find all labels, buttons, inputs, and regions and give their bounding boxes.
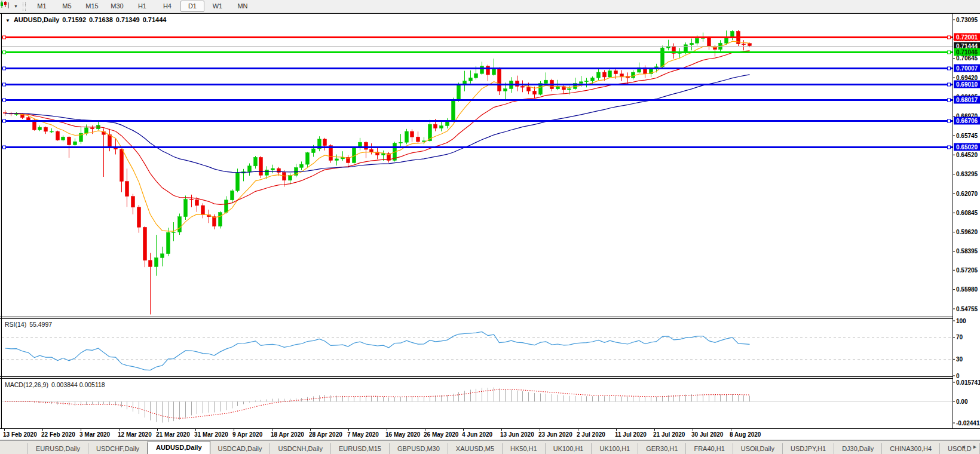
price-level-chip-label: 0.66706 [956,118,978,124]
date-tick-label: 21 Mar 2020 [156,431,190,438]
rsi-tick-label: 0 [956,373,960,379]
line-handle[interactable] [948,36,951,39]
date-tick-label: 2 Jul 2020 [577,431,605,438]
price-level-chip-label: 0.70007 [956,65,978,72]
date-tick-label: 30 Jul 2020 [691,431,724,438]
price-tick-label: 0.55980 [956,286,978,293]
price-level-chip-label: 0.71046 [956,49,978,56]
price-level-chip-label: 0.68017 [956,97,978,103]
candle [457,82,461,102]
price-tick-label: 0.73095 [956,17,978,23]
line-handle[interactable] [948,67,951,70]
chart-header: ▼AUDUSD,Daily0.715920.716380.713490.7144… [5,16,166,23]
chart-tab-usdcad-daily[interactable]: USDCAD,Daily [210,443,271,454]
chart-tab-xauusd-m5[interactable]: XAUUSD,M5 [448,443,503,454]
line-handle[interactable] [948,146,951,149]
line-handle[interactable] [3,99,6,102]
candle [178,214,182,235]
line-handle[interactable] [948,119,951,122]
chart-tab-hk50-h1[interactable]: HK50,H1 [503,443,546,454]
chart-tab-eurusd-daily[interactable]: EURUSD,Daily [27,443,88,454]
chart-tab-uk100-h1[interactable]: UK100,H1 [592,443,638,454]
macd-tick-label: 0.00 [956,398,968,405]
line-handle[interactable] [948,83,951,86]
price-tick-label: 0.69420 [956,75,978,81]
ohlc-close: 0.71444 [143,16,167,23]
date-tick-label: 16 May 2020 [385,431,421,438]
chart-menu-icon[interactable]: ▼ [5,18,10,23]
chart-tab-ger30-h1[interactable]: GER30,H1 [638,443,686,454]
line-handle[interactable] [948,99,951,102]
chart-tab-bar: EURUSD,DailyUSDCHF,DailyAUDUSD,DailyUSDC… [0,440,980,454]
date-tick-label: 22 Feb 2020 [41,431,75,438]
date-tick-label: 23 Jun 2020 [538,431,572,438]
candle [259,156,263,178]
price-tick-label: 0.64520 [956,152,978,158]
price-tick-label: 0.62070 [956,191,978,197]
ohlc-low: 0.71349 [116,16,140,23]
price-tick-label: 0.65745 [956,133,978,139]
price-tick-label: 0.60845 [956,210,978,216]
mt4-window: ▼ M1M5M15M30H1H4D1W1MN 0.730950.718700.7… [0,0,980,454]
line-handle[interactable] [3,67,6,70]
line-handle[interactable] [3,51,6,54]
chart-tab-china300-h4[interactable]: CHINA300,H4 [882,443,940,454]
chart-tab-usdcnh-daily[interactable]: USDCNH,Daily [270,443,331,454]
ohlc-high: 0.71638 [89,16,113,23]
price-tick-label: 0.57205 [956,267,978,274]
chart-tab-uk100-h1[interactable]: UK100,H1 [546,443,592,454]
macd-label: MACD(12,26,9)0.003844 0.005118 [5,381,105,388]
chart-window-bg [1,13,979,428]
date-tick-label: 31 Mar 2020 [194,431,228,438]
candle [184,195,188,220]
date-tick-label: 28 Apr 2020 [309,431,342,438]
chart-tab-usdjpy-h1[interactable]: USDJPY,H1 [783,443,834,454]
chart-tab-gbpusd-m30[interactable]: GBPUSD,M30 [390,443,448,454]
date-tick-label: 12 Mar 2020 [118,431,152,438]
chart-tab-audusd-daily[interactable]: AUDUSD,Daily [148,441,210,454]
date-tick-label: 7 May 2020 [347,431,379,438]
macd-name: MACD(12,26,9) [5,381,48,388]
rsi-label: RSI(14)55.4997 [5,321,52,328]
price-tick-label: 0.59620 [956,229,978,235]
line-handle[interactable] [3,36,6,39]
date-tick-label: 13 Feb 2020 [3,431,37,438]
candle [539,81,543,96]
candle [452,98,455,122]
price-level-chip-label: 0.65020 [956,144,978,151]
price-tick-label: 0.58395 [956,248,978,254]
line-handle[interactable] [3,146,6,149]
date-tick-label: 21 Jul 2020 [653,431,685,438]
candle [219,211,222,229]
rsi-tick-label: 100 [956,318,966,324]
date-tick-label: 4 Jun 2020 [462,431,493,438]
price-level-chip-label: 0.69010 [956,81,978,88]
candle [498,68,501,95]
price-tick-label: 0.70645 [956,55,978,62]
tab-scroll-left-icon[interactable]: ◄ [961,444,966,450]
tab-scroll-controls: ◄ ► [956,444,978,450]
line-handle[interactable] [3,83,6,86]
date-tick-label: 8 Aug 2020 [730,431,761,438]
price-level-chip-label: 0.72001 [956,34,978,41]
chart-tab-eurusd-m15[interactable]: EURUSD,M15 [331,443,390,454]
price-tick-label: 0.63295 [956,171,978,177]
candle [56,131,60,141]
line-handle[interactable] [948,51,951,54]
price-tick-label: 0.54755 [956,306,978,312]
chart-tab-fra40-h1[interactable]: FRA40,H1 [686,443,733,454]
date-tick-label: 26 May 2020 [424,431,459,438]
chart-tab-usoil-daily[interactable]: USOil,Daily [733,443,783,454]
macd-tick-label: 0.015741 [956,379,980,386]
rsi-value: 55.4997 [29,321,52,328]
chart-symbol-period: AUDUSD,Daily [14,16,59,23]
tab-scroll-right-icon[interactable]: ► [972,444,978,450]
chart-tab-dj30-daily[interactable]: DJ30,Daily [834,443,882,454]
date-tick-label: 9 Apr 2020 [232,431,263,438]
chart-canvas: 0.730950.718700.706450.694200.681950.669… [0,0,980,454]
chart-tab-usdchf-daily[interactable]: USDCHF,Daily [88,443,148,454]
line-handle[interactable] [3,119,6,122]
date-tick-label: 3 Mar 2020 [79,431,111,438]
date-tick-label: 13 Jun 2020 [500,431,534,438]
rsi-tick-label: 70 [956,334,963,340]
